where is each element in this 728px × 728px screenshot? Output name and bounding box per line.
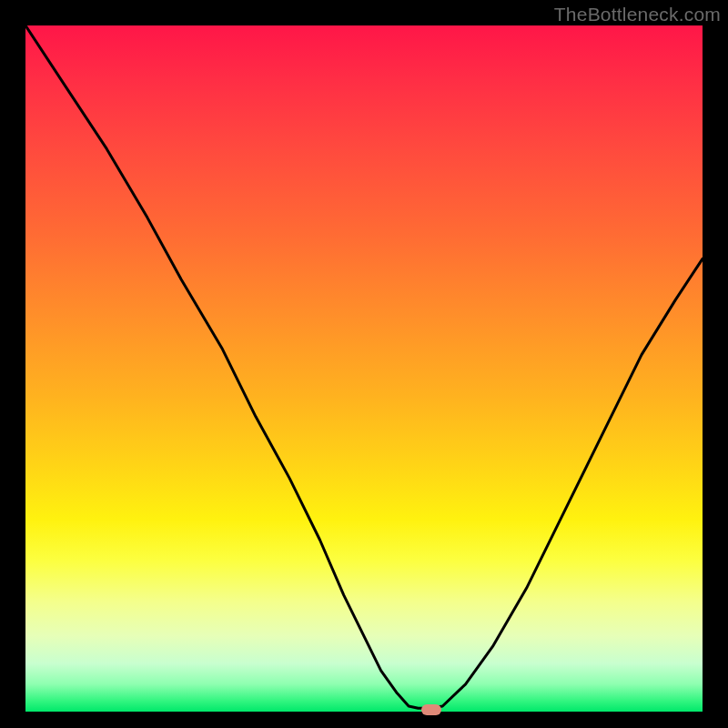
plot-area bbox=[25, 25, 703, 712]
watermark-text: TheBottleneck.com bbox=[554, 4, 721, 25]
curve-path bbox=[25, 25, 703, 708]
optimal-marker bbox=[421, 704, 441, 715]
bottleneck-curve bbox=[25, 25, 703, 712]
chart-frame: TheBottleneck.com bbox=[0, 0, 728, 728]
